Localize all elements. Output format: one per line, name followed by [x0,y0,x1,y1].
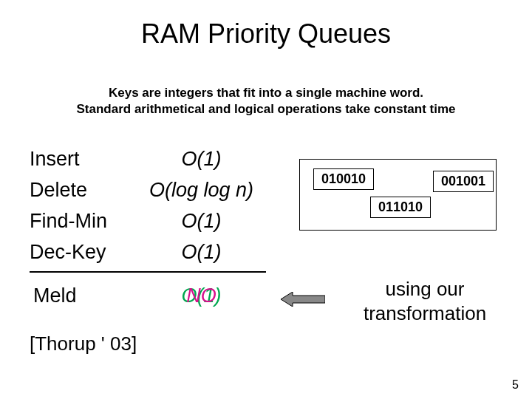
caption-line-2: transformation [364,302,486,324]
slide: RAM Priority Queues Keys are integers th… [0,0,532,399]
subtitle-line-2: Standard arithmetical and logical operat… [77,102,456,116]
svg-marker-0 [281,292,325,307]
op-insert: Insert O(1) [30,144,273,175]
bitstring-a: 010010 [313,168,374,190]
bitstring-c: 011010 [370,197,431,218]
op-deckey: Dec-Key O(1) [30,237,273,268]
divider-line [30,271,266,273]
op-complexity: O(1) [129,144,273,175]
op-complexity: O(1) [129,206,273,237]
op-name: Find-Min [30,206,129,237]
operations-list: Insert O(1) Delete O(log log n) Find-Min… [30,144,273,267]
op-complexity: O(log log n) [129,175,273,206]
meld-value-stack: O(1) NO [129,284,273,310]
op-complexity: O(1) [129,237,273,268]
caption-line-1: using our [386,278,465,300]
op-name: Dec-Key [30,237,129,268]
op-delete: Delete O(log log n) [30,175,273,206]
transformation-caption: using our transformation [332,277,517,325]
slide-title: RAM Priority Queues [0,18,532,50]
arrow-left-icon [281,292,325,307]
subtitle-line-1: Keys are integers that fit into a single… [109,86,423,100]
citation: [Thorup ' 03] [30,332,137,355]
bitstring-b: 001001 [433,171,494,192]
op-name: Insert [30,144,129,175]
op-name: Meld [33,284,129,310]
op-meld: Meld O(1) NO [33,284,273,310]
meld-new-value: NO [129,284,273,307]
bitstring-diagram: 010010 001001 011010 [299,159,497,231]
page-number: 5 [512,378,519,392]
slide-subtitle: Keys are integers that fit into a single… [0,85,532,117]
op-name: Delete [30,175,129,206]
op-findmin: Find-Min O(1) [30,206,273,237]
